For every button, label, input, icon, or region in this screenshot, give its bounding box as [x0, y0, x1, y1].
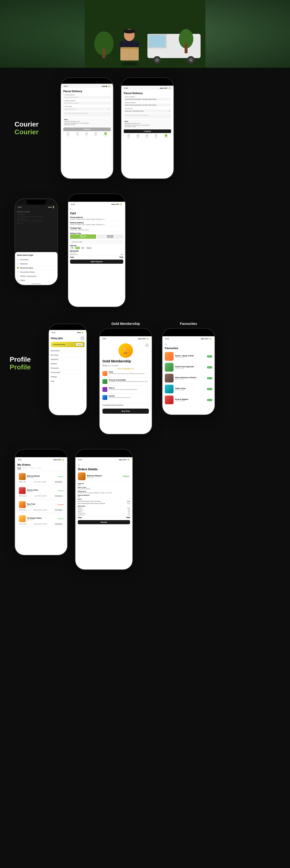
fav-item-grand-fresh[interactable]: Grand Fresh Supermart 1.8 km | 2.9 items…	[165, 362, 212, 373]
phone2-note-text: No illegal & Hazardous items High Value …	[125, 123, 170, 127]
phone2-pickup-field: Pickup address Swamy Dhromashayanan, Vas…	[124, 96, 171, 101]
gold-modal-title: Gold Membership	[103, 359, 149, 363]
buy-plan-btn[interactable]: Buy Plan	[103, 409, 149, 414]
phone2-delivery-input[interactable]: Swamy Dhromashayanan, Vasanth Nagar, Ban…	[124, 103, 171, 106]
phone1-instructions-input[interactable]: Any instructions for parcel (optional)	[63, 112, 111, 117]
order-biryani-header: Behrouz Biryani Koramangala Delivered	[19, 473, 63, 480]
fav-screen: ← Favourites Fassos - Wraps & Rolls 1.8 …	[162, 340, 215, 415]
tab-courier[interactable]: Courier	[36, 467, 41, 469]
dropdown-item-medicines[interactable]: Medicines	[17, 262, 56, 266]
phone1-parcel-select[interactable]: Select parcel type ▾	[63, 107, 111, 111]
phone2-note-title: Note:	[125, 121, 170, 122]
cart-package-value: Food Items / Electronic Items	[70, 229, 123, 231]
burger-view-details-btn[interactable]: View Details ›	[54, 523, 63, 525]
od-title: Orders Details	[78, 468, 130, 471]
dropdown-item-electronics[interactable]: Electronic Items	[17, 266, 56, 270]
menu-my-account[interactable]: My Account ›	[51, 349, 84, 353]
faq-row[interactable]: Frequently Asked Questions ›	[103, 403, 149, 407]
order-details-back-arrow[interactable]: ←	[78, 463, 130, 467]
nav2-groc[interactable]: Groc	[146, 134, 148, 138]
biryani-img	[19, 473, 26, 480]
nav-more[interactable]: More	[94, 132, 97, 136]
chow-view-details-btn[interactable]: View Details ›	[54, 495, 63, 497]
phone2-pickup-label: Pickup address	[124, 96, 171, 97]
od-date-row: Date & Time 5 Jun, 2024 | 12:00 PM	[78, 487, 130, 490]
fav-back-arrow[interactable]: ←	[165, 342, 212, 346]
delivery-schedule-chip[interactable]: Schedule Pick a time	[97, 235, 123, 239]
order-details-screen: ← Orders Details Behrouz Biryani BTM Lay…	[75, 461, 133, 570]
taco-view-details-btn[interactable]: View Details ›	[54, 509, 63, 511]
cart-delivery-time-label: Delivery Time	[70, 232, 123, 234]
phone1-parcel-title: Parcel Delivery	[63, 90, 111, 93]
fresh-hygiene-img	[165, 396, 174, 404]
fav-item-callme-chow[interactable]: Callme Chow 1.8 km | 2.9 items ★ 4.2	[165, 384, 212, 395]
nav2-food[interactable]: Food	[137, 134, 139, 138]
cart-back-arrow[interactable]: ←	[70, 207, 123, 211]
favourites-header-label: Favourites	[180, 322, 197, 326]
biryani-view-details-btn[interactable]: View Details ›	[54, 481, 63, 483]
nav2-courier[interactable]: Courier	[164, 134, 168, 138]
fav-item-fassos[interactable]: Fassos - Wraps & Rolls 1.8 km | 2.9 item…	[165, 351, 212, 362]
fav-item-starres[interactable]: Starres Brewery & Kitchen 1.8 km | 2.9 i…	[165, 373, 212, 384]
profile-section-label: Profile Profile	[10, 355, 41, 371]
tip-20[interactable]: ₹20	[70, 247, 75, 249]
delivery-standard-chip[interactable]: Standard 45-60 mins	[70, 235, 96, 239]
membership-upgrade-btn[interactable]: Upgrade	[76, 343, 83, 346]
phone2-delivery-label: Delivery address	[124, 102, 171, 103]
nav2-home[interactable]: Home	[127, 134, 130, 138]
menu-promocodes[interactable]: Promocodes ›	[51, 370, 84, 375]
nav-home[interactable]: Home	[67, 132, 70, 136]
menu-favourites[interactable]: Favourites ›	[51, 366, 84, 370]
food-icon	[76, 132, 79, 135]
od-restaurant-name: Behrouz Biryani	[87, 475, 102, 477]
close-modal-btn[interactable]: ×	[145, 343, 149, 348]
chow-status: Delivered	[58, 490, 63, 491]
svg-rect-13	[123, 30, 135, 32]
benefit-dine: Dine In Up to flat 20% off at 2,000+ res…	[103, 387, 149, 394]
courier-benefit-icon	[103, 395, 107, 400]
tab-grocery[interactable]: Grocery	[23, 467, 28, 469]
tip-custom[interactable]: Custom	[86, 247, 92, 249]
order-card-taco: Taco Treat Kokal Peta Cancelled ₹475 | 3…	[17, 500, 65, 513]
menu-settings[interactable]: Settings ›	[51, 375, 84, 379]
cart-time: 9:41	[71, 203, 75, 206]
menu-payments[interactable]: Payments ›	[51, 357, 84, 362]
dropdown-item-food[interactable]: Food Items	[17, 258, 56, 262]
promo-code-row[interactable]: Add Promo code ›	[70, 240, 123, 244]
phone2-parcel-select[interactable]: Food Items / Electronic Items ▾	[124, 110, 171, 113]
make-payment-btn[interactable]: Make Payment	[70, 259, 123, 264]
od-bill-discount: Discount ⓘ -₹26	[78, 509, 130, 510]
phone1-pickup-input[interactable]: Enter pickup location	[63, 96, 111, 99]
phone2-instructions-input[interactable]: Any instructions for parcel (optional)	[124, 114, 171, 119]
od-delivered-value: 4th Main Road, Koranangala, Bengaluru, B…	[78, 492, 130, 494]
nav-courier[interactable]: Courier	[103, 132, 107, 136]
menu-address[interactable]: Address ›	[51, 362, 84, 366]
phone2-pickup-input[interactable]: Swamy Dhromashayanan, Vasanth Nagar, Ban…	[124, 98, 171, 101]
menu-help[interactable]: Help ›	[51, 379, 84, 383]
tab-dine-in[interactable]: Dine In	[30, 467, 35, 469]
phone1-delivery-field: Delivery address Enter delivery location	[63, 100, 111, 104]
phone2-continue-btn[interactable]: Continue	[124, 129, 171, 133]
dropdown-item-clothes[interactable]: Clothes / Accessories	[17, 274, 56, 278]
gold-membership-icon: 🏆	[118, 343, 133, 358]
gold-membership-header-label: Gold Membership	[111, 322, 140, 326]
nav-groc[interactable]: Groc	[85, 132, 88, 136]
tip-40[interactable]: ₹40	[80, 247, 85, 249]
home-icon	[67, 132, 69, 135]
reorder-btn[interactable]: Reorder	[78, 520, 130, 524]
nav-food[interactable]: Food	[76, 132, 79, 136]
fav-item-fresh-hygiene[interactable]: Fresh & Hygiene 1.8 km | 2.9 items ★ 4.6	[165, 395, 212, 405]
phone1-continue-btn[interactable]: Continue	[63, 127, 111, 131]
tip-30[interactable]: ₹30	[75, 247, 80, 249]
tab-food[interactable]: Food	[17, 467, 21, 469]
dropdown-item-documents[interactable]: Documents | Books	[17, 270, 56, 274]
nav2-more[interactable]: More	[155, 134, 157, 138]
order-details-notch	[92, 451, 116, 457]
orders-screen: My Orders Food Grocery Dine In Courier B…	[15, 461, 67, 555]
menu-my-orders[interactable]: My Orders ›	[51, 353, 84, 357]
membership-banner[interactable]: Gold Membership Upgrade	[51, 342, 84, 347]
phone1-delivery-input[interactable]: Enter delivery location	[63, 102, 111, 104]
callme-chow-rating: ★ 4.2	[207, 388, 212, 390]
dropdown-item-others[interactable]: Others	[17, 278, 56, 282]
order-taco-footer: ₹475 | 3 Items 28 May, 2024 | 01:14 PM V…	[19, 509, 63, 511]
